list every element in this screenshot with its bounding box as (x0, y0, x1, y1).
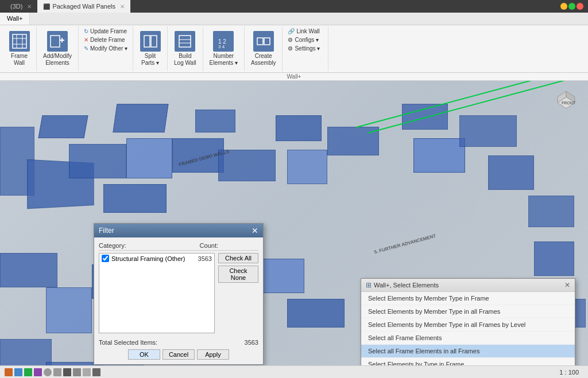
title-bar-tabs: (3D) ✕ ⬛ Packaged Wall Panels ✕ (5, 0, 130, 13)
wall-panel-25 (0, 339, 52, 365)
filter-total-label: Total Selected Items: (99, 339, 157, 346)
wall-panel-18 (0, 253, 57, 287)
filter-item-count: 3563 (198, 255, 212, 262)
filter-total-value: 3563 (245, 339, 258, 346)
check-none-button[interactable]: Check None (218, 266, 258, 283)
wall-panel-8 (195, 110, 235, 133)
nav-cube: FRONT (549, 85, 583, 120)
status-icon-1 (5, 368, 13, 376)
wall-panel-28 (528, 196, 574, 227)
title-bar-controls (560, 3, 583, 10)
tab-packaged[interactable]: ⬛ Packaged Wall Panels ✕ (37, 0, 130, 13)
wall-panel-19 (46, 287, 92, 333)
add-modify-elements-button[interactable]: Add/ModifyElements (40, 29, 75, 68)
check-all-button[interactable]: Check All (218, 253, 258, 263)
ribbon-group-edit: ↻ Update Frame ✕ Delete Frame ✎ Modify O… (79, 26, 133, 71)
filter-list-item[interactable]: Structural Framing (Other) 3563 (99, 254, 214, 263)
status-icon-7 (63, 368, 71, 376)
status-icon-6 (53, 368, 61, 376)
select-elements-panel: ⊞ Wall+, Select Elements ✕ Select Elemen… (361, 278, 575, 365)
select-panel-title-bar[interactable]: ⊞ Wall+, Select Elements ✕ (361, 279, 575, 292)
modify-other-button[interactable]: ✎ Modify Other ▾ (82, 45, 129, 52)
ribbon-group-split-items: SplitParts ▾ (137, 28, 164, 70)
svg-text:3 4: 3 4 (218, 44, 225, 49)
ribbon-group-number-items: 1 23 4 NumberElements ▾ (207, 28, 241, 70)
close-button[interactable] (577, 3, 583, 10)
frame-wall-icon (9, 31, 30, 52)
svg-rect-8 (144, 36, 150, 47)
ribbon-group-link-items: 🔗 Link Wall ⚙ Configs ▾ ⚙ Settings ▾ (286, 28, 322, 70)
frame-wall-label: FrameWall (11, 53, 28, 67)
status-icon-5 (44, 368, 52, 376)
select-item-1[interactable]: Select Elements by Member Type in all Fr… (361, 305, 575, 318)
minimize-button[interactable] (560, 3, 567, 10)
status-bar-icons (5, 368, 100, 376)
wall-panel-6 (126, 138, 172, 178)
ribbon-group-edit-items: ↻ Update Frame ✕ Delete Frame ✎ Modify O… (82, 28, 129, 70)
tab-3d[interactable]: (3D) ✕ (5, 0, 37, 13)
link-wall-icon: 🔗 (288, 28, 295, 34)
configs-button[interactable]: ⚙ Configs ▾ (286, 36, 320, 44)
ribbon-tab-wallplus[interactable]: Wall+ (0, 13, 30, 25)
build-log-wall-label: BuildLog Wall (174, 53, 196, 67)
filter-cancel-button[interactable]: Cancel (163, 349, 195, 360)
filter-dialog-title-bar[interactable]: Filter ✕ (94, 224, 263, 237)
ribbon-group-link: 🔗 Link Wall ⚙ Configs ▾ ⚙ Settings ▾ (283, 26, 328, 71)
svg-rect-15 (257, 38, 263, 45)
ribbon-group-add-modify-items: Add/ModifyElements (40, 28, 75, 70)
delete-frame-button[interactable]: ✕ Delete Frame (82, 36, 127, 44)
split-parts-button[interactable]: SplitParts ▾ (137, 29, 164, 68)
number-elements-button[interactable]: 1 23 4 NumberElements ▾ (207, 29, 241, 68)
wall-panel-23 (258, 259, 304, 293)
settings-label: Settings ▾ (295, 45, 320, 52)
select-panel-items-list: Select Elements by Member Type in Frame … (361, 292, 575, 365)
filter-action-buttons: OK Cancel Apply (99, 349, 258, 360)
select-item-2[interactable]: Select Elements by Member Type in all Fr… (361, 318, 575, 332)
ribbon-group-build-items: BuildLog Wall (171, 28, 199, 70)
modify-other-label: Modify Other ▾ (90, 45, 127, 52)
tab-3d-label: (3D) (10, 3, 22, 10)
create-assembly-button[interactable]: CreateAssembly (248, 29, 278, 68)
filter-apply-button[interactable]: Apply (197, 349, 229, 360)
ribbon-group-frame-wall-items: FrameWall (6, 28, 33, 70)
filter-ok-button[interactable]: OK (128, 349, 160, 360)
status-icon-9 (83, 368, 91, 376)
ribbon-tab-bar: Wall+ (0, 13, 588, 25)
title-bar: (3D) ✕ ⬛ Packaged Wall Panels ✕ (0, 0, 588, 13)
frame-wall-button[interactable]: FrameWall (6, 29, 33, 68)
svg-rect-16 (264, 38, 270, 45)
filter-category-header: Category: (99, 242, 126, 249)
settings-button[interactable]: ⚙ Settings ▾ (286, 45, 322, 52)
ribbon-group-build: BuildLog Wall (168, 26, 203, 71)
svg-rect-9 (151, 36, 157, 47)
filter-item-checkbox[interactable] (102, 255, 109, 262)
filter-item-list[interactable]: Structural Framing (Other) 3563 (99, 253, 215, 333)
status-icon-10 (92, 368, 100, 376)
select-item-4[interactable]: Select all Frame Elements in all Frames (361, 345, 575, 358)
split-parts-label: SplitParts ▾ (141, 53, 159, 67)
ribbon-group-add-modify: Add/ModifyElements (37, 26, 79, 71)
wall-panel-4 (69, 144, 126, 178)
tab-packaged-close[interactable]: ✕ (120, 3, 125, 10)
select-item-0[interactable]: Select Elements by Member Type in Frame (361, 292, 575, 305)
filter-dialog-close-button[interactable]: ✕ (252, 226, 258, 235)
select-panel-title-text: Wall+, Select Elements (374, 282, 439, 289)
scene-text-2: 5. FURTHER ADVANCEMENT (374, 233, 436, 255)
link-wall-button[interactable]: 🔗 Link Wall (286, 28, 321, 35)
select-panel-close-button[interactable]: ✕ (564, 281, 570, 289)
build-log-wall-button[interactable]: BuildLog Wall (171, 29, 199, 68)
wall-panel-7 (103, 184, 167, 213)
select-item-5[interactable]: Select Elements by Type in Frame (361, 358, 575, 365)
ribbon-group-assembly-items: CreateAssembly (248, 28, 278, 70)
wall-panel-29 (534, 241, 574, 276)
maximize-button[interactable] (568, 3, 575, 10)
filter-total: Total Selected Items: 3563 (99, 339, 258, 346)
ribbon-group-assembly: CreateAssembly (245, 26, 283, 71)
status-icon-3 (24, 368, 32, 376)
create-assembly-icon (253, 31, 274, 52)
tab-3d-close[interactable]: ✕ (27, 3, 32, 10)
status-icon-8 (73, 368, 81, 376)
select-panel-icon: ⊞ (366, 281, 372, 289)
update-frame-button[interactable]: ↻ Update Frame (82, 28, 129, 35)
select-item-3[interactable]: Select all Frame Elements (361, 332, 575, 345)
